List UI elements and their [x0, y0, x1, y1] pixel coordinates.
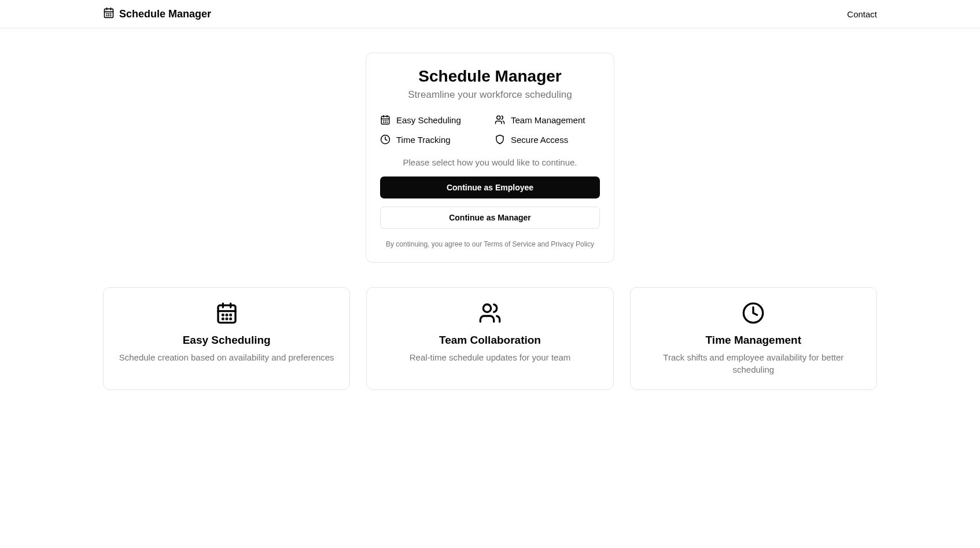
- info-card-title: Time Management: [644, 334, 863, 347]
- info-card-desc: Track shifts and employee availability f…: [644, 351, 863, 376]
- continue-prompt: Please select how you would like to cont…: [380, 157, 600, 167]
- feature-label: Time Tracking: [396, 135, 451, 145]
- calendar-icon: [117, 301, 336, 325]
- svg-point-6: [110, 16, 111, 16]
- users-icon: [381, 301, 599, 325]
- feature-time-tracking: Time Tracking: [380, 134, 485, 145]
- card-title: Schedule Manager: [380, 67, 600, 86]
- card-subtitle: Streamline your workforce scheduling: [380, 89, 600, 101]
- svg-point-19: [230, 315, 231, 316]
- svg-point-23: [483, 304, 491, 312]
- info-card-easy-scheduling: Easy Scheduling Schedule creation based …: [103, 287, 350, 390]
- info-card-team-collaboration: Team Collaboration Real-time schedule up…: [366, 287, 613, 390]
- svg-point-14: [497, 116, 500, 119]
- svg-point-10: [387, 120, 388, 121]
- svg-point-2: [109, 13, 109, 14]
- info-card-desc: Real-time schedule updates for your team: [381, 351, 599, 363]
- svg-point-17: [222, 315, 223, 316]
- main-content: Schedule Manager Streamline your workfor…: [0, 28, 980, 414]
- auth-card: Schedule Manager Streamline your workfor…: [366, 53, 614, 263]
- page-header: Schedule Manager Contact: [0, 0, 980, 28]
- info-cards-row: Easy Scheduling Schedule creation based …: [103, 287, 877, 390]
- svg-point-3: [110, 13, 111, 14]
- info-card-title: Easy Scheduling: [117, 334, 336, 347]
- svg-point-22: [230, 318, 231, 319]
- svg-point-21: [226, 318, 227, 319]
- feature-team-management: Team Management: [495, 115, 600, 125]
- shield-icon: [495, 134, 505, 145]
- info-card-desc: Schedule creation based on availability …: [117, 351, 336, 363]
- features-grid: Easy Scheduling Team Management Time Tra…: [380, 115, 600, 145]
- svg-point-1: [106, 13, 107, 14]
- clock-icon: [644, 301, 863, 325]
- svg-point-18: [226, 315, 227, 316]
- info-card-time-management: Time Management Track shifts and employe…: [630, 287, 877, 390]
- brand-group: Schedule Manager: [103, 7, 211, 21]
- svg-point-5: [109, 16, 109, 16]
- feature-label: Team Management: [511, 115, 585, 125]
- calendar-icon: [103, 7, 115, 21]
- clock-icon: [380, 134, 390, 145]
- calendar-icon: [380, 115, 390, 125]
- feature-secure-access: Secure Access: [495, 134, 600, 145]
- continue-manager-button[interactable]: Continue as Manager: [380, 207, 600, 229]
- contact-link[interactable]: Contact: [847, 9, 877, 19]
- svg-point-13: [387, 122, 388, 123]
- svg-point-11: [384, 122, 384, 123]
- svg-point-8: [384, 120, 384, 121]
- users-icon: [495, 115, 505, 125]
- svg-point-4: [106, 16, 107, 16]
- svg-point-12: [385, 122, 386, 123]
- svg-point-9: [385, 120, 386, 121]
- brand-text: Schedule Manager: [119, 8, 211, 20]
- feature-label: Easy Scheduling: [396, 115, 461, 125]
- continue-employee-button[interactable]: Continue as Employee: [380, 176, 600, 198]
- feature-easy-scheduling: Easy Scheduling: [380, 115, 485, 125]
- feature-label: Secure Access: [511, 135, 568, 145]
- svg-point-20: [222, 318, 223, 319]
- info-card-title: Team Collaboration: [381, 334, 599, 347]
- terms-text: By continuing, you agree to our Terms of…: [380, 240, 600, 248]
